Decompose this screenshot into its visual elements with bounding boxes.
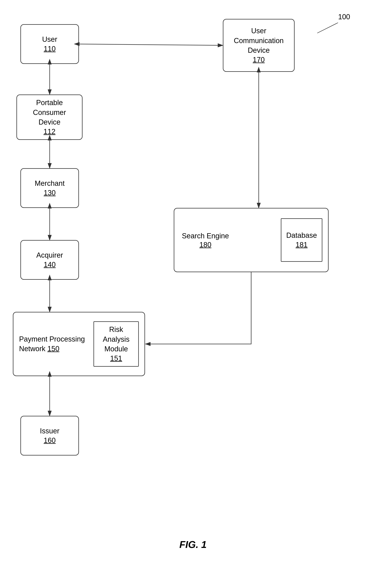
issuer-label: Issuer [40, 426, 59, 436]
user-comm-box: UserCommunicationDevice 170 [223, 19, 295, 72]
user-number: 110 [44, 44, 56, 54]
merchant-box: Merchant 130 [20, 168, 79, 208]
arrow-user-ucd [79, 44, 223, 45]
diagram: 100 User 110 PortableConsumerDevice 112 … [0, 0, 386, 588]
merchant-label: Merchant [35, 179, 65, 188]
payment-processing-outer-box: Payment ProcessingNetwork 150 RiskAnalys… [13, 312, 145, 376]
user-comm-number: 170 [253, 55, 265, 64]
merchant-number: 130 [44, 188, 56, 197]
portable-consumer-number: 112 [43, 127, 55, 136]
search-engine-number: 180 [199, 241, 211, 249]
database-label: Database [286, 231, 317, 240]
portable-consumer-box: PortableConsumerDevice 112 [17, 95, 82, 140]
ref-100-label: 100 [338, 13, 350, 21]
risk-analysis-number: 151 [110, 354, 122, 363]
issuer-number: 160 [44, 436, 56, 445]
risk-analysis-label: RiskAnalysisModule [103, 325, 130, 354]
acquirer-label: Acquirer [36, 251, 63, 260]
acquirer-box: Acquirer 140 [20, 240, 79, 280]
search-engine-outer: Search Engine 180 Database 181 [174, 208, 328, 272]
payment-processing-number: 150 [47, 345, 59, 353]
user-box: User 110 [20, 24, 79, 64]
ref-100-arrow [317, 23, 338, 33]
portable-consumer-label: PortableConsumerDevice [33, 98, 66, 127]
acquirer-number: 140 [44, 260, 56, 269]
risk-analysis-box: RiskAnalysisModule 151 [94, 321, 139, 367]
database-number: 181 [295, 240, 308, 250]
database-box: Database 181 [281, 218, 322, 262]
arrow-se-risk [145, 272, 251, 344]
search-engine-label: Search Engine [182, 232, 229, 240]
user-label: User [42, 35, 57, 44]
payment-processing-label: Payment ProcessingNetwork 150 [19, 335, 85, 353]
arrows-svg [0, 0, 386, 588]
user-comm-label: UserCommunicationDevice [234, 26, 284, 55]
issuer-box: Issuer 160 [20, 416, 79, 456]
fig-label: FIG. 1 [179, 539, 207, 550]
